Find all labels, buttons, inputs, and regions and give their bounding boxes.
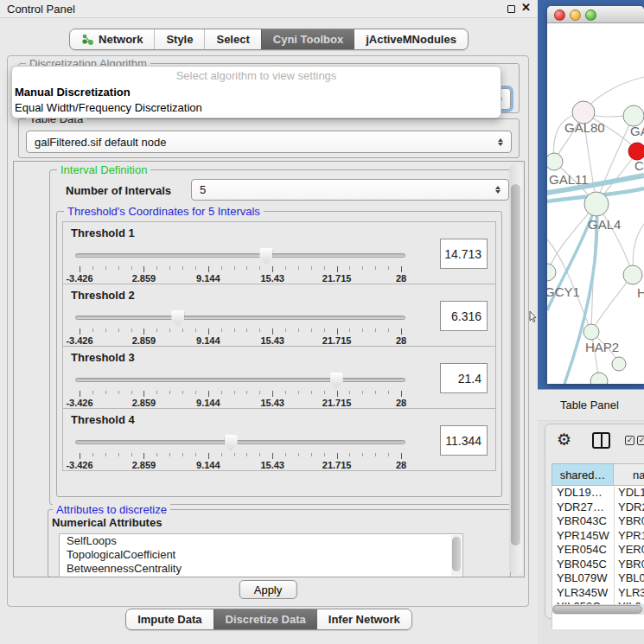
popup-item[interactable]: Equal Width/Frequency Discretization — [12, 100, 501, 116]
network-node-gal4[interactable] — [584, 192, 609, 216]
table-row[interactable]: YPR145WYPR1 — [552, 529, 644, 544]
network-node-gcy1[interactable] — [547, 264, 556, 281]
tick-mark — [234, 391, 235, 394]
tab-select[interactable]: Select — [204, 29, 260, 49]
threshold-slider[interactable]: -3.4262.8599.14415.4321.71528 — [75, 435, 405, 469]
slider-tick-labels: -3.4262.8599.14415.4321.71528 — [80, 273, 401, 284]
gear-icon[interactable]: ⚙ — [557, 430, 571, 449]
tick-mark — [259, 266, 260, 270]
tick-mark — [388, 391, 389, 394]
tab-style[interactable]: Style — [154, 29, 204, 49]
tick-mark — [337, 266, 338, 272]
tick-label: 21.715 — [322, 335, 352, 346]
tick-mark — [182, 453, 183, 456]
settings-scrollbar[interactable] — [509, 163, 522, 575]
panel-title: Control Panel — [7, 3, 75, 16]
zoom-traffic-light-icon[interactable] — [585, 10, 596, 21]
group-title: Threshold's Coordinates for 5 Intervals — [64, 205, 264, 218]
network-window-titlebar[interactable] — [547, 6, 644, 23]
algorithm-settings-scrollpane: Interval Definition Number of Intervals … — [13, 161, 525, 577]
slider-thumb[interactable] — [330, 373, 343, 389]
float-window-icon[interactable] — [507, 5, 515, 13]
spinner-arrows-icon — [498, 138, 503, 146]
tab-network[interactable]: Network — [70, 29, 154, 49]
threshold-value-field[interactable]: 11.344 — [440, 425, 488, 456]
network-node-h[interactable] — [623, 265, 642, 284]
tab-impute-data[interactable]: Impute Data — [126, 609, 213, 629]
number-of-intervals-combobox[interactable]: 5 — [191, 179, 509, 201]
apply-button[interactable]: Apply — [239, 580, 297, 599]
list-scrollbar[interactable] — [451, 535, 462, 576]
tick-mark — [221, 453, 222, 456]
tick-mark — [285, 453, 286, 456]
tick-mark — [285, 266, 286, 270]
table-row[interactable]: YBR045CYBR0 — [552, 558, 644, 572]
network-canvas[interactable]: GAL80GACGAL11GAL4GCY1HHAP2 — [547, 23, 644, 384]
table-row[interactable]: YDR27…YDR2 — [552, 501, 644, 515]
attribute-list-item[interactable]: SelfLoops — [60, 534, 462, 548]
tab-cyni-toolbox[interactable]: Cyni Toolbox — [261, 29, 354, 49]
checkbox-icon[interactable]: ✓ — [625, 436, 634, 445]
table-data-combobox[interactable]: galFiltered.sif default node — [26, 131, 512, 153]
tick-mark — [285, 328, 286, 332]
network-node[interactable] — [590, 373, 608, 384]
numerical-attributes-list[interactable]: SelfLoopsTopologicalCoefficientBetweenne… — [59, 533, 463, 577]
table-row[interactable]: YER054CYER0 — [552, 543, 644, 558]
attribute-list-item[interactable]: TopologicalCoefficient — [60, 548, 462, 562]
cell-name: YBL0 — [615, 571, 644, 586]
scrollbar-thumb[interactable] — [452, 537, 461, 571]
network-edge[interactable] — [591, 275, 633, 332]
column-header-name[interactable]: na — [614, 463, 644, 486]
tick-mark — [272, 453, 273, 459]
scrollbar-thumb[interactable] — [552, 605, 642, 614]
column-header-shared-name[interactable]: shared… — [552, 463, 614, 486]
tick-mark — [156, 266, 157, 270]
split-columns-icon[interactable] — [592, 432, 610, 449]
tick-mark — [375, 328, 376, 332]
slider-thumb[interactable] — [259, 248, 272, 265]
tick-mark — [195, 453, 196, 456]
table-row[interactable]: YBL079WYBL0 — [552, 571, 644, 586]
tick-mark — [92, 328, 93, 332]
slider-thumb[interactable] — [225, 435, 238, 451]
table-row[interactable]: YDL19…YDL1 — [552, 486, 644, 501]
threshold-value-field[interactable]: 6.316 — [440, 301, 488, 331]
tick-mark — [143, 391, 144, 397]
close-icon[interactable]: ✕ — [521, 1, 531, 14]
network-node-gal11[interactable] — [547, 153, 563, 170]
popup-item[interactable]: Manual Discretization — [12, 85, 501, 100]
tick-mark — [182, 328, 183, 332]
threshold-panel: Threshold 1-3.4262.8599.14415.4321.71528… — [62, 221, 496, 284]
thresholds-group: Threshold's Coordinates for 5 Intervals … — [56, 211, 502, 497]
threshold-slider[interactable]: -3.4262.8599.14415.4321.71528 — [75, 248, 405, 283]
tab-infer-network[interactable]: Infer Network — [317, 609, 411, 629]
table-horizontal-scrollbar[interactable] — [552, 604, 644, 615]
scrollbar-thumb[interactable] — [511, 184, 520, 545]
tab-jactivemnodules[interactable]: jActiveMNodules — [354, 29, 468, 49]
threshold-value-field[interactable]: 21.4 — [440, 363, 488, 393]
network-node-c[interactable] — [628, 143, 644, 160]
network-view-window[interactable]: GAL80GACGAL11GAL4GCY1HHAP2 — [547, 6, 644, 384]
checkbox-icon[interactable]: ✓ — [637, 436, 644, 445]
tick-mark — [169, 266, 170, 270]
tab-label: Network — [99, 33, 143, 46]
minimize-traffic-light-icon[interactable] — [570, 10, 581, 21]
threshold-slider[interactable]: -3.4262.8599.14415.4321.71528 — [75, 310, 405, 345]
network-node[interactable] — [612, 357, 626, 371]
attribute-list-item[interactable]: BetweennessCentrality — [60, 562, 462, 576]
bottom-tab-bar: Impute DataDiscretize DataInfer Network — [0, 609, 538, 630]
table-row[interactable]: YLR345WYLR3 — [552, 586, 644, 601]
threshold-value-field[interactable]: 14.713 — [440, 239, 488, 269]
combo-value: 5 — [200, 183, 206, 196]
network-node-hap2[interactable] — [583, 324, 599, 340]
tick-mark — [208, 391, 209, 397]
slider-thumb[interactable] — [171, 310, 184, 327]
close-traffic-light-icon[interactable] — [554, 10, 565, 21]
tick-mark — [118, 328, 119, 332]
node-label: GAL80 — [564, 120, 605, 135]
tab-discretize-data[interactable]: Discretize Data — [214, 609, 317, 629]
threshold-slider[interactable]: -3.4262.8599.14415.4321.71528 — [75, 373, 405, 407]
table-row[interactable]: YBR043CYBR0 — [552, 514, 644, 529]
tick-mark — [208, 453, 209, 459]
popup-placeholder-item[interactable]: Select algorithm to view settings — [12, 67, 501, 85]
